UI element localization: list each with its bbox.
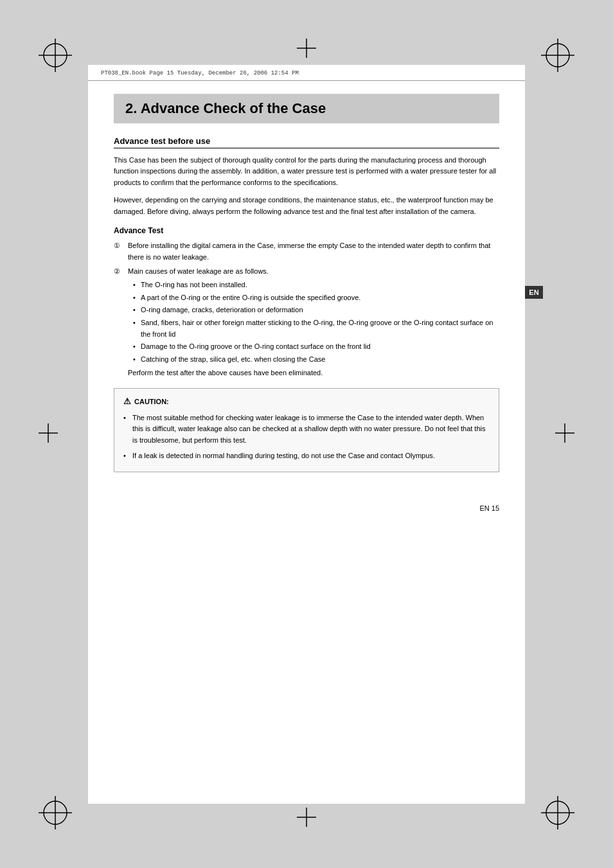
bullet-list: The O-ring has not been installed. A par… [133,279,499,365]
cross-mark-top [297,39,316,60]
reg-mark-bottom-left [39,796,72,829]
caution-box: ⚠ CAUTION: • The most suitable method fo… [114,388,499,472]
item2-num: ② [114,266,128,278]
item1-text: Before installing the digital camera in … [128,240,499,263]
paragraph1: This Case has been the subject of thorou… [114,155,499,189]
item1-num: ① [114,240,128,252]
bullet-item-4: Sand, fibers, hair or other foreign matt… [133,317,499,340]
cross-mark-right [555,423,574,445]
reg-mark-top-left [39,39,72,72]
warning-triangle-icon: ⚠ [123,395,131,409]
bullet-item-5: Damage to the O-ring groove or the O-rin… [133,341,499,353]
caution-item-1: • The most suitable method for checking … [123,412,490,447]
content-area: EN 2. Advance Check of the Case Advance … [88,94,525,492]
page-number: EN 15 [88,498,525,518]
caution-header: ⚠ CAUTION: [123,395,490,409]
numbered-item-2: ② Main causes of water leakage are as fo… [114,266,499,278]
section-title-block: 2. Advance Check of the Case [114,94,499,123]
caution-bullet-2: • [123,450,132,462]
caution-label: CAUTION: [134,396,169,408]
cross-mark-bottom [297,808,316,829]
reg-mark-top-right [541,39,574,72]
numbered-list: ① Before installing the digital camera i… [114,240,499,379]
bullet-item-2: A part of the O-ring or the entire O-rin… [133,292,499,304]
numbered-item-3: Perform the test after the above causes … [114,368,499,379]
cross-mark-left [39,423,58,445]
paragraph2: However, depending on the carrying and s… [114,195,499,217]
reg-mark-bottom-right [541,796,574,829]
caution-bullet-1: • [123,412,132,424]
item3-text: Perform the test after the above causes … [128,368,499,379]
file-info: PT038_EN.book Page 15 Tuesday, December … [88,65,525,81]
caution-text-2: If a leak is detected in normal handling… [132,450,435,462]
bullet-item-3: O-ring damage, cracks, deterioration or … [133,305,499,316]
bullet-item-6: Catching of the strap, silica gel, etc. … [133,354,499,366]
bullet-item-1: The O-ring has not been installed. [133,279,499,291]
numbered-item-1: ① Before installing the digital camera i… [114,240,499,263]
item3-spacer [114,368,128,379]
subsection1-heading: Advance test before use [114,136,499,148]
caution-text-1: The most suitable method for checking wa… [132,412,490,447]
item2-text: Main causes of water leakage are as foll… [128,266,499,278]
caution-item-2: • If a leak is detected in normal handli… [123,450,490,462]
advance-test-heading: Advance Test [114,226,499,235]
page-inner: PT038_EN.book Page 15 Tuesday, December … [88,65,525,804]
en-badge: EN [525,286,543,299]
section-title: 2. Advance Check of the Case [125,100,326,116]
page-outer: PT038_EN.book Page 15 Tuesday, December … [0,0,613,868]
